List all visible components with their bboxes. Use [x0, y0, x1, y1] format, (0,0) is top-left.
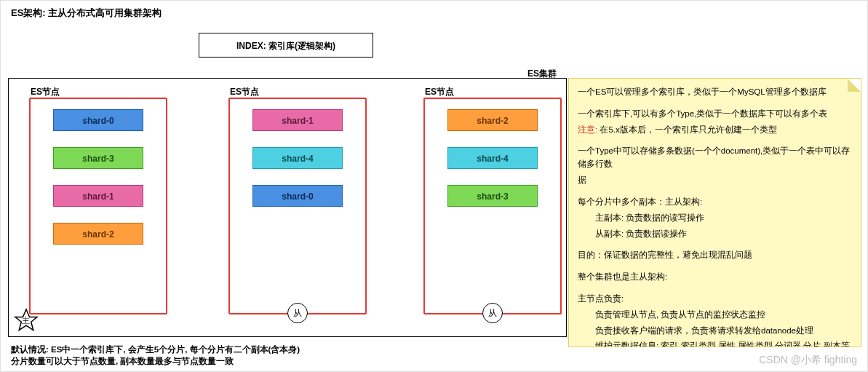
note-line: 一个ES可以管理多个索引库，类似于一个MySQL管理多个数据库: [578, 86, 852, 99]
note-line: 目的：保证数据的完整性，避免出现混乱问题: [578, 249, 852, 262]
es-node-3: ES节点 shard-2 shard-4 shard-3 从: [423, 98, 562, 314]
note-line: 据: [578, 174, 852, 187]
shard-1: shard-1: [53, 185, 143, 207]
shard-4: shard-4: [252, 147, 343, 169]
footer-line-2: 分片数量可以大于节点数量, 副本数量最多与节点数量一致: [11, 355, 300, 367]
node-badge-master: 主: [22, 315, 30, 326]
node-badge-slave: 从: [482, 303, 503, 323]
es-node-1: ES节点 shard-0 shard-3 shard-1 shard-2: [29, 98, 167, 314]
node-label: ES节点: [31, 86, 60, 98]
index-box: INDEX: 索引库(逻辑架构): [199, 33, 373, 58]
note-line: 主节点负责:: [578, 293, 852, 306]
note-warning: 注意: 在5.x版本后，一个索引库只允许创建一个类型: [578, 124, 852, 137]
page-title: ES架构: 主从分布式高可用集群架构: [11, 7, 162, 20]
footer-notes: 默认情况: ES中一个索引库下, 会产生5个分片, 每个分片有二个副本(含本身)…: [11, 344, 300, 367]
note-line: 负责接收客户端的请求，负责将请求转发给datanode处理: [578, 325, 852, 338]
note-line: 每个分片中多个副本：主从架构:: [578, 196, 852, 209]
shard-0: shard-0: [252, 185, 343, 207]
warn-text: 在5.x版本后，一个索引库只允许创建一个类型: [597, 125, 777, 134]
diagram-canvas: ES架构: 主从分布式高可用集群架构 INDEX: 索引库(逻辑架构) ES集群…: [0, 0, 868, 372]
note-line: 整个集群也是主从架构:: [578, 271, 852, 284]
note-line: 主副本: 负责数据的读写操作: [578, 212, 852, 225]
shard-4: shard-4: [447, 147, 538, 169]
shard-2: shard-2: [447, 109, 538, 131]
shard-3: shard-3: [447, 185, 538, 207]
shard-2: shard-2: [53, 223, 143, 245]
watermark: CSDN @小希 fighting: [759, 354, 857, 367]
note-line: 负责管理从节点, 负责从节点的监控状态监控: [578, 309, 852, 322]
cluster-box: ES节点 shard-0 shard-3 shard-1 shard-2 ES节…: [8, 78, 567, 337]
node-label: ES节点: [425, 86, 454, 98]
note-line: 一个Type中可以存储多条数据(一个个document),类似于一个表中可以存储…: [578, 145, 852, 171]
es-node-2: ES节点 shard-1 shard-4 shard-0 从: [228, 98, 367, 314]
node-label: ES节点: [230, 86, 259, 98]
shard-0: shard-0: [53, 109, 143, 131]
note-line: 从副本: 负责数据读操作: [578, 228, 852, 241]
note-line: 一个索引库下,可以有多个Type,类似于一个数据库下可以有多个表: [578, 108, 852, 121]
notes-panel: 一个ES可以管理多个索引库，类似于一个MySQL管理多个数据库 一个索引库下,可…: [568, 78, 861, 347]
dogear-icon: [848, 79, 861, 92]
shard-3: shard-3: [53, 147, 143, 169]
shard-1: shard-1: [252, 109, 343, 131]
warn-label: 注意:: [578, 125, 597, 134]
node-badge-slave: 从: [287, 303, 308, 323]
note-line: 维护元数据信息: 索引 索引类型 属性 属性类型 分词器 分片 副本等: [578, 340, 852, 347]
footer-line-1: 默认情况: ES中一个索引库下, 会产生5个分片, 每个分片有二个副本(含本身): [11, 344, 300, 355]
